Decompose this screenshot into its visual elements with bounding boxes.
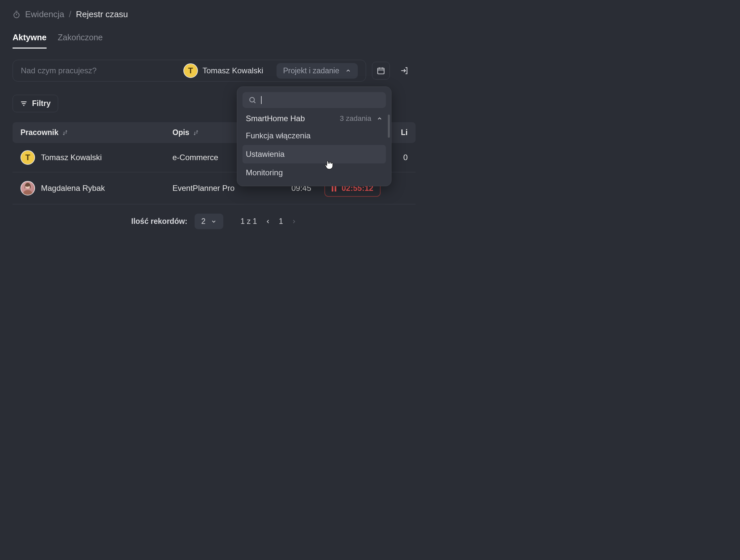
row-right: 0 xyxy=(403,153,408,162)
pagination: Ilość rekordów: 2 1 z 1 1 xyxy=(13,214,415,229)
breadcrumb: Ewidencja / Rejestr czasu xyxy=(13,9,415,19)
task-option[interactable]: Ustawienia xyxy=(243,145,386,163)
task-option[interactable]: Monitoring xyxy=(243,163,386,182)
task-input[interactable]: Nad czym pracujesz? xyxy=(21,66,177,75)
calendar-icon xyxy=(377,67,385,75)
row-worker-name: Magdalena Rybak xyxy=(41,184,105,193)
svg-rect-1 xyxy=(378,68,384,74)
prev-page[interactable] xyxy=(265,219,271,225)
page-range: 1 z 1 xyxy=(241,217,257,226)
scrollbar-thumb[interactable] xyxy=(388,115,390,138)
avatar: T xyxy=(20,150,35,165)
filter-icon xyxy=(20,100,27,107)
svg-point-3 xyxy=(250,97,254,102)
column-worker[interactable]: Pracownik xyxy=(20,128,172,137)
chevron-down-icon xyxy=(211,219,217,225)
user-name: Tomasz Kowalski xyxy=(202,66,263,75)
stopwatch-icon xyxy=(13,11,20,18)
column-worker-label: Pracownik xyxy=(20,128,59,137)
calendar-button[interactable] xyxy=(372,62,390,80)
tabs: Aktywne Zakończone xyxy=(13,33,415,48)
project-label: Projekt i zadanie xyxy=(283,67,339,75)
project-group[interactable]: SmartHome Hab 3 zadania xyxy=(243,108,386,126)
records-label: Ilość rekordów: xyxy=(131,217,187,226)
cursor-pointer-icon xyxy=(324,160,334,170)
sort-icon xyxy=(63,129,68,136)
project-task-count: 3 zadania xyxy=(340,114,371,123)
chevron-up-icon xyxy=(377,116,383,121)
filters-button[interactable]: Filtry xyxy=(13,95,58,112)
search-icon xyxy=(249,96,256,104)
breadcrumb-page: Rejestr czasu xyxy=(76,9,128,19)
next-page[interactable] xyxy=(291,219,297,225)
page-current: 1 xyxy=(279,217,283,226)
filters-label: Filtry xyxy=(32,99,51,108)
avatar: T xyxy=(183,64,198,78)
project-group-name: SmartHome Hab xyxy=(246,114,305,123)
project-task-popover: SmartHome Hab 3 zadania Funkcja włączeni… xyxy=(237,87,391,186)
row-worker-name: Tomasz Kowalski xyxy=(41,153,102,162)
enter-icon xyxy=(400,66,409,75)
chevron-up-icon xyxy=(345,68,351,74)
page-size-select[interactable]: 2 xyxy=(195,214,223,229)
sort-icon xyxy=(193,129,198,136)
tab-active[interactable]: Aktywne xyxy=(13,33,47,48)
column-right[interactable]: Li xyxy=(401,128,408,137)
tab-done[interactable]: Zakończone xyxy=(58,33,103,48)
avatar xyxy=(20,181,35,196)
popover-search[interactable] xyxy=(243,92,386,108)
column-desc-label: Opis xyxy=(172,128,189,137)
entry-bar: Nad czym pracujesz? T Tomasz Kowalski Pr… xyxy=(13,60,366,82)
user-chip[interactable]: T Tomasz Kowalski xyxy=(183,64,263,78)
page-size-value: 2 xyxy=(201,217,205,226)
project-task-dropdown[interactable]: Projekt i zadanie xyxy=(277,63,358,79)
task-option[interactable]: Funkcja włączenia xyxy=(243,126,386,145)
breadcrumb-separator: / xyxy=(69,9,71,19)
enter-button[interactable] xyxy=(396,62,413,80)
text-caret xyxy=(261,96,262,104)
breadcrumb-section[interactable]: Ewidencja xyxy=(25,9,65,19)
